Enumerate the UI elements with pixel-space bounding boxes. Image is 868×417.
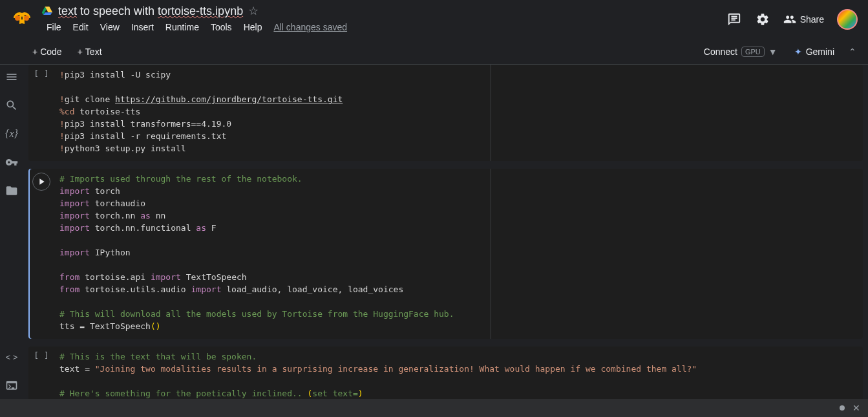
code-editor[interactable]: !pip3 install -U scipy !git clone https:… xyxy=(54,65,863,161)
gpu-badge: GPU xyxy=(741,47,765,57)
connect-label: Connect xyxy=(704,47,737,57)
menu-file[interactable]: File xyxy=(41,19,67,35)
ruler xyxy=(491,65,491,161)
files-icon[interactable] xyxy=(5,184,19,198)
terminal-icon[interactable] xyxy=(5,378,19,392)
exec-count: [ ] xyxy=(34,69,48,161)
menu-help[interactable]: Help xyxy=(238,19,268,35)
header-right: Share xyxy=(726,0,858,30)
code-snippets-icon[interactable]: < > xyxy=(5,350,19,364)
exec-count: [ ] xyxy=(34,350,48,399)
add-text-button[interactable]: + Text xyxy=(71,44,109,59)
sparkle-icon: ✦ xyxy=(794,47,802,57)
ruler xyxy=(491,169,491,339)
plus-icon: + xyxy=(78,47,83,57)
text-label: Text xyxy=(85,47,102,57)
code-cell-3[interactable]: [ ] # This is the text that will be spok… xyxy=(28,347,863,399)
toolbar-right: Connect GPU ▼ ✦ Gemini ⌃ xyxy=(697,44,860,59)
variables-icon[interactable]: {x} xyxy=(5,127,19,141)
code-cell-2[interactable]: # Imports used through the rest of the n… xyxy=(28,169,863,339)
menu-edit[interactable]: Edit xyxy=(68,19,94,35)
menu-runtime[interactable]: Runtime xyxy=(160,19,204,35)
footer-bar: ✕ xyxy=(0,399,868,417)
share-button[interactable]: Share xyxy=(783,13,824,26)
gemini-button[interactable]: ✦ Gemini xyxy=(794,47,834,57)
connect-button[interactable]: Connect GPU ▼ xyxy=(697,44,784,59)
menu-insert[interactable]: Insert xyxy=(126,19,159,35)
close-icon[interactable]: ✕ xyxy=(852,403,860,413)
main: {x} < > [ ] !pip3 install -U scipy !git … xyxy=(0,65,868,399)
document-title[interactable]: text to speech with tortoise-tts.ipynb xyxy=(58,5,243,18)
share-label: Share xyxy=(800,14,824,25)
save-status[interactable]: All changes saved xyxy=(273,22,347,32)
notebook-area[interactable]: [ ] !pip3 install -U scipy !git clone ht… xyxy=(23,65,868,399)
colab-logo[interactable] xyxy=(10,6,34,30)
header-left: text to speech with tortoise-tts.ipynb ☆… xyxy=(10,0,726,35)
gemini-label: Gemini xyxy=(806,47,834,57)
star-icon[interactable]: ☆ xyxy=(248,4,259,18)
status-dot-icon xyxy=(840,405,845,411)
cell-gutter[interactable]: [ ] xyxy=(28,65,54,161)
add-code-button[interactable]: + Code xyxy=(26,44,69,59)
settings-icon[interactable] xyxy=(755,12,770,27)
cell-gutter[interactable] xyxy=(28,169,54,339)
code-editor[interactable]: # This is the text that will be spoken. … xyxy=(54,347,863,399)
secrets-icon[interactable] xyxy=(5,155,19,169)
run-button[interactable] xyxy=(32,173,50,191)
search-icon[interactable] xyxy=(5,98,19,112)
header: text to speech with tortoise-tts.ipynb ☆… xyxy=(0,0,868,39)
toc-icon[interactable] xyxy=(5,70,19,84)
title-row: text to speech with tortoise-tts.ipynb ☆ xyxy=(41,4,347,18)
svg-point-0 xyxy=(15,16,20,21)
svg-point-1 xyxy=(24,16,29,21)
toolbar-left: + Code + Text xyxy=(26,44,109,59)
menu-bar: File Edit View Insert Runtime Tools Help… xyxy=(41,19,347,35)
menu-tools[interactable]: Tools xyxy=(206,19,237,35)
code-cell-1[interactable]: [ ] !pip3 install -U scipy !git clone ht… xyxy=(28,65,863,161)
plus-icon: + xyxy=(32,47,37,57)
title-area: text to speech with tortoise-tts.ipynb ☆… xyxy=(41,0,347,35)
dropdown-icon: ▼ xyxy=(768,47,778,57)
drive-icon xyxy=(41,5,53,17)
toolbar: + Code + Text Connect GPU ▼ ✦ Gemini ⌃ xyxy=(0,39,868,65)
comment-icon[interactable] xyxy=(726,12,742,27)
menu-view[interactable]: View xyxy=(95,19,125,35)
code-editor[interactable]: # Imports used through the rest of the n… xyxy=(54,169,863,339)
cell-gutter[interactable]: [ ] xyxy=(28,347,54,399)
collapse-icon[interactable]: ⌃ xyxy=(845,44,860,59)
left-rail: {x} < > xyxy=(0,65,23,399)
code-label: Code xyxy=(40,47,61,57)
avatar[interactable] xyxy=(837,9,858,30)
